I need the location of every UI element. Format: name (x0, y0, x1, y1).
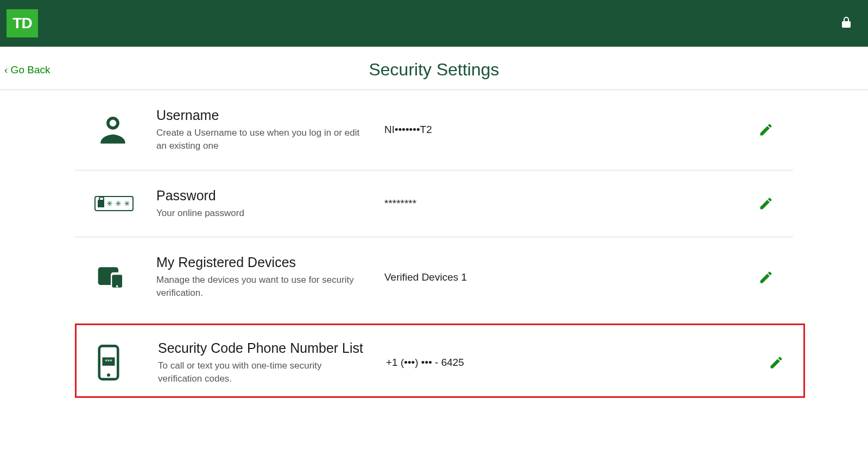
svg-point-3 (107, 373, 110, 377)
devices-desc: Manage the devices you want to use for s… (156, 274, 363, 300)
person-icon (91, 111, 156, 149)
page-title: Security Settings (4, 60, 864, 80)
devices-value: Verified Devices 1 (379, 271, 750, 283)
phone-title: Security Code Phone Number List (158, 340, 381, 356)
row-security-phone: *** Security Code Phone Number List To c… (75, 324, 805, 398)
td-logo: TD (7, 9, 38, 37)
username-value: NI•••••••T2 (379, 124, 750, 136)
password-icon: ✳✳✳ (91, 196, 156, 211)
devices-title: My Registered Devices (156, 255, 379, 270)
row-devices: My Registered Devices Manage the devices… (75, 237, 793, 317)
td-logo-text: TD (12, 15, 31, 32)
username-desc: Create a Username to use when you log in… (156, 126, 363, 153)
phone-code-icon: *** (93, 343, 158, 383)
go-back-link[interactable]: ‹ Go Back (4, 64, 50, 76)
app-header: TD (0, 0, 868, 47)
phone-value: +1 (•••) ••• - 6425 (381, 357, 760, 369)
lock-icon (840, 15, 853, 32)
settings-list: Username Create a Username to use when y… (0, 90, 868, 398)
edit-password-button[interactable] (750, 196, 782, 211)
devices-icon (91, 262, 156, 293)
password-title: Password (156, 188, 379, 204)
row-username: Username Create a Username to use when y… (75, 90, 793, 170)
phone-desc: To call or text you with one-time securi… (158, 359, 364, 385)
username-title: Username (156, 107, 379, 123)
edit-phone-button[interactable] (760, 355, 793, 370)
svg-text:***: *** (105, 358, 112, 365)
password-desc: Your online password (156, 207, 363, 220)
password-value: ******** (379, 198, 750, 210)
edit-devices-button[interactable] (750, 270, 782, 285)
page-topbar: ‹ Go Back Security Settings (0, 47, 868, 90)
edit-username-button[interactable] (750, 122, 782, 137)
row-password: ✳✳✳ Password Your online password ******… (75, 170, 793, 238)
